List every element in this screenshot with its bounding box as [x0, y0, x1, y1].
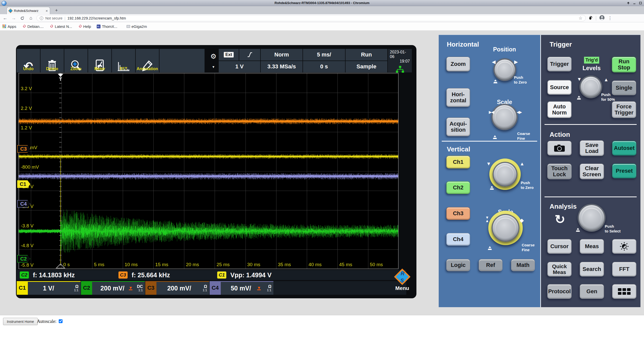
- browser-tab[interactable]: Rohde&Schwarz ×: [7, 7, 50, 14]
- quick-meas-button[interactable]: Quick Meas: [547, 262, 572, 277]
- meter-button[interactable]: Meter: [88, 49, 111, 72]
- delete-button[interactable]: Delete: [41, 49, 64, 72]
- page-content: ↶ Undo Delete Zoom Meter FFT Annotati: [0, 30, 644, 315]
- touch-lock-button[interactable]: Touch Lock: [547, 164, 572, 179]
- trigger-menu-button[interactable]: Trigger: [547, 57, 572, 71]
- trigger-level-cell[interactable]: 1 V: [219, 61, 260, 73]
- preset-button[interactable]: Preset: [612, 164, 636, 178]
- push-knob-icon: [576, 95, 581, 101]
- autoset-button[interactable]: Autoset: [612, 141, 636, 155]
- hw-horizontal-button[interactable]: Hori- zontal: [446, 88, 470, 107]
- bookmark-help[interactable]: Help: [78, 24, 91, 29]
- bookmark-thomx[interactable]: EL ThomX...: [97, 24, 117, 29]
- measurement-c2[interactable]: C2 f: 14.1803 kHz: [20, 271, 75, 279]
- cursor-button[interactable]: Cursor: [547, 239, 572, 254]
- camera-icon: [554, 144, 565, 152]
- hw-zoom-button[interactable]: Zoom: [446, 57, 470, 71]
- ch2-button[interactable]: Ch2: [446, 181, 470, 194]
- measurement-bar: C2 f: 14.1803 kHz C3 f: 25.664 kHz C1 Vp…: [17, 270, 406, 280]
- apps-button[interactable]: [612, 284, 636, 299]
- omnibox[interactable]: i Not secure | 192.168.229.22/screencam_…: [36, 15, 586, 21]
- protocol-button[interactable]: Protocol: [547, 284, 572, 299]
- auto-norm-button[interactable]: Auto Norm: [547, 101, 572, 118]
- horizontal-position-cell[interactable]: 0 s: [303, 61, 345, 73]
- navigation-knob[interactable]: [578, 204, 606, 232]
- search-button[interactable]: Search: [580, 262, 604, 277]
- ch4-button[interactable]: Ch4: [446, 233, 470, 246]
- trigger-source-button[interactable]: Source: [547, 80, 572, 95]
- bookmark-debian[interactable]: Debian....: [22, 24, 44, 29]
- graticule[interactable]: T 3.2 V2.2 V1.2 V200 mV-800 mV-1.8 V-2.8…: [18, 73, 398, 269]
- home-icon[interactable]: ⌂: [28, 15, 34, 21]
- trigger-source-cell[interactable]: Ext: [219, 49, 239, 61]
- vertical-scale-knob[interactable]: [488, 211, 523, 245]
- back-icon[interactable]: ←: [2, 15, 8, 21]
- fft-button[interactable]: FFT: [112, 49, 135, 72]
- ch3-button[interactable]: Ch3: [446, 207, 470, 220]
- bookmark-apps[interactable]: Apps: [3, 24, 16, 29]
- measurement-c1[interactable]: C1 Vpp: 1.4994 V: [217, 271, 272, 279]
- trigger-slope-cell[interactable]: [239, 49, 260, 61]
- horizontal-scale-knob[interactable]: [491, 104, 518, 130]
- window-shade-icon[interactable]: [626, 1, 630, 5]
- reload-icon[interactable]: [19, 15, 25, 21]
- single-button[interactable]: Single: [612, 81, 636, 95]
- channel-tab[interactable]: C2: [81, 281, 92, 295]
- trigger-position-marker[interactable]: T: [57, 74, 64, 81]
- chromium-window-icon: [2, 1, 7, 6]
- sample-rate-cell[interactable]: 3.33 MSa/s: [261, 61, 303, 73]
- hw-acquisition-button[interactable]: Acqui- sition: [446, 117, 470, 136]
- profile-avatar-icon[interactable]: [599, 15, 605, 22]
- debian-swirl-icon: [78, 24, 82, 29]
- force-trigger-button[interactable]: Force Trigger: [612, 101, 636, 118]
- page-info-icon[interactable]: i: [40, 16, 43, 20]
- undo-button[interactable]: ↶ Undo: [17, 49, 40, 72]
- channel-settings-c3[interactable]: C3 200 mV/ Ω 1:1: [145, 281, 209, 295]
- channel-settings-c4[interactable]: C4 50 mV/ ▼ Ω 1:1: [210, 281, 273, 295]
- new-tab-button[interactable]: +: [53, 7, 60, 13]
- window-maximize-icon[interactable]: [638, 1, 642, 5]
- acquisition-state-cell[interactable]: Run: [346, 49, 387, 61]
- horizontal-position-knob[interactable]: [493, 58, 516, 81]
- channel-tab[interactable]: C1: [17, 281, 28, 295]
- channel-tab[interactable]: C3: [145, 281, 156, 295]
- acquisition-mode-cell[interactable]: Sample: [346, 61, 387, 73]
- forward-icon[interactable]: →: [11, 15, 17, 21]
- ch1-button[interactable]: Ch1: [446, 156, 470, 168]
- meas-button[interactable]: Meas: [580, 239, 604, 254]
- window-minimize-icon[interactable]: [632, 1, 636, 5]
- run-stop-button[interactable]: Run Stop: [612, 57, 636, 72]
- apps-grid-icon: [3, 25, 6, 28]
- bookmark-egiga2m[interactable]: eGiga2m: [127, 24, 147, 29]
- settings-gear-button[interactable]: ⚙ ▾: [209, 49, 218, 72]
- save-load-button[interactable]: Save Load: [580, 140, 604, 156]
- gnome-extension-icon[interactable]: [588, 15, 593, 21]
- oscilloscope-screen[interactable]: ↶ Undo Delete Zoom Meter FFT Annotati: [16, 45, 416, 298]
- timebase-cell[interactable]: 5 ms/: [303, 49, 345, 61]
- clear-screen-button[interactable]: Clear Screen: [580, 164, 604, 179]
- gen-button[interactable]: Gen: [580, 284, 604, 299]
- intensity-button[interactable]: [612, 239, 636, 254]
- math-button[interactable]: Math: [511, 259, 535, 271]
- bookmark-star-icon[interactable]: ☆: [579, 15, 582, 21]
- channel-tab[interactable]: C4: [210, 281, 221, 295]
- instrument-home-button[interactable]: Instrument Home: [3, 318, 38, 325]
- tab-close-icon[interactable]: ×: [46, 9, 48, 13]
- zoom-button[interactable]: Zoom: [64, 49, 88, 72]
- fft-panel-button[interactable]: FFT: [612, 262, 636, 277]
- trigger-mode-cell[interactable]: Norm: [261, 49, 303, 61]
- autoscale-checkbox[interactable]: [59, 319, 63, 323]
- annotation-button[interactable]: Annotation: [136, 49, 159, 72]
- url-text[interactable]: 192.168.229.22/screencam_sfp.htm: [67, 16, 576, 20]
- logic-button[interactable]: Logic: [446, 259, 470, 271]
- channel-settings-c2[interactable]: C2 200 mV/ ▼ DC 1:1: [81, 281, 145, 295]
- bookmark-latest-news[interactable]: Latest N...: [49, 24, 72, 29]
- trigger-level-knob[interactable]: [579, 75, 602, 98]
- ref-button[interactable]: Ref: [479, 259, 502, 271]
- screenshot-button[interactable]: [547, 141, 572, 155]
- browser-menu-icon[interactable]: ⋮: [608, 15, 612, 21]
- measurement-c3[interactable]: C3 f: 25.664 kHz: [118, 271, 170, 279]
- channel-settings-c1[interactable]: C1 1 V/ Ω 1:1: [17, 281, 80, 295]
- push-knob-icon: [492, 135, 497, 141]
- menu-button[interactable]: RS Menu: [391, 269, 414, 295]
